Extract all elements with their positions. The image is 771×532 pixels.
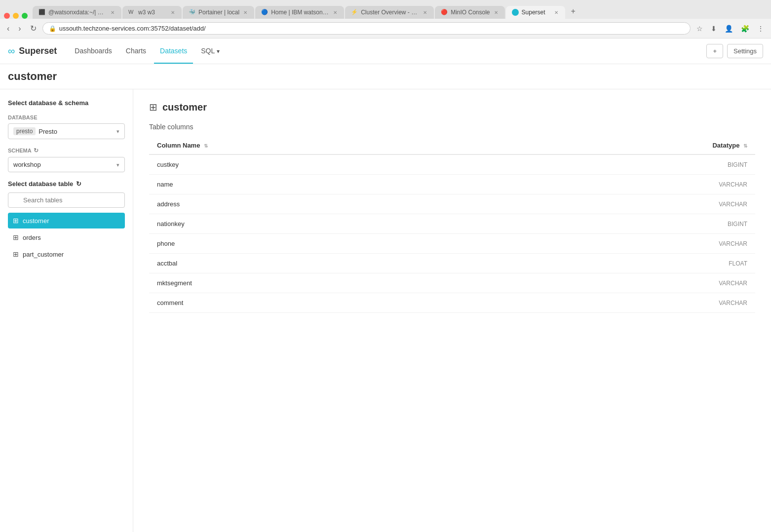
content-area: ⊞ customer Table columns Column Name ⇅ D… [133, 89, 771, 532]
tab-close-minio[interactable]: ✕ [493, 10, 499, 15]
column-name-header[interactable]: Column Name ⇅ [149, 137, 494, 154]
tab-title-superset: Superset [522, 9, 550, 16]
database-select[interactable]: presto Presto ▾ [8, 123, 125, 139]
table-label-orders: orders [23, 234, 41, 241]
tab-close-portainer[interactable]: ✕ [242, 10, 248, 15]
tab-close-ibm[interactable]: ✕ [332, 10, 338, 15]
table-row: comment VARCHAR [149, 293, 755, 313]
table-label-part-customer: part_customer [23, 251, 64, 258]
table-section-title: Select database table ↻ [8, 180, 125, 188]
tab-close-w3[interactable]: ✕ [170, 10, 176, 15]
maximize-window-btn[interactable] [22, 13, 28, 19]
forward-button[interactable]: › [15, 22, 24, 35]
tab-ibm[interactable]: 🔵 Home | IBM watsonx.data... ✕ [255, 6, 344, 19]
new-tab-button[interactable]: + [566, 4, 580, 19]
column-name-cell: acctbal [149, 254, 494, 273]
schema-select[interactable]: workshop ▾ [8, 157, 125, 172]
more-button[interactable]: ⋮ [754, 23, 767, 35]
column-name-cell: address [149, 194, 494, 214]
column-name-cell: custkey [149, 154, 494, 175]
table-icon-orders: ⊞ [13, 233, 19, 241]
content-table-icon: ⊞ [149, 101, 157, 113]
database-value: Presto [39, 128, 57, 135]
search-tables-input[interactable] [8, 192, 125, 208]
close-window-btn[interactable] [4, 13, 10, 19]
database-tag: presto [13, 127, 36, 135]
chevron-down-icon: ▾ [116, 128, 119, 135]
browser-tabs: ⬛ @watsonxdata:~/| bash (w... ✕ W w3 w3 … [0, 0, 771, 19]
table-list-item-customer[interactable]: ⊞ customer [8, 213, 125, 228]
header-actions: + Settings [706, 44, 763, 58]
database-label: DATABASE [8, 114, 125, 120]
reload-button[interactable]: ↻ [27, 22, 39, 35]
table-list-item-part-customer[interactable]: ⊞ part_customer [8, 246, 125, 262]
tab-favicon-superset [512, 9, 519, 16]
content-header: ⊞ customer [149, 101, 755, 113]
column-name-cell: name [149, 175, 494, 194]
column-datatype-cell: VARCHAR [494, 194, 755, 214]
tab-close-presto[interactable]: ✕ [422, 10, 428, 15]
tab-title-minio: MinIO Console [451, 9, 490, 16]
schema-form-group: SCHEMA ↻ workshop ▾ [8, 147, 125, 172]
schema-label: SCHEMA ↻ [8, 147, 125, 154]
table-row: mktsegment VARCHAR [149, 273, 755, 293]
tab-superset[interactable]: Superset ✕ [506, 6, 565, 19]
columns-table-head: Column Name ⇅ Datatype ⇅ [149, 137, 755, 154]
tab-title-w3: w3 w3 [138, 9, 167, 16]
table-list-item-orders[interactable]: ⊞ orders [8, 229, 125, 245]
page-title: customer [8, 70, 763, 83]
app-nav: Dashboards Charts Datasets SQL [69, 39, 706, 64]
table-refresh-icon[interactable]: ↻ [76, 180, 81, 188]
columns-section-label: Table columns [149, 123, 755, 131]
tab-favicon-minio: 🔴 [441, 9, 448, 16]
column-datatype-cell: BIGINT [494, 214, 755, 234]
tab-title-presto: Cluster Overview - Presto... [361, 9, 419, 16]
download-button[interactable]: ⬇ [708, 23, 720, 35]
database-form-group: DATABASE presto Presto ▾ [8, 114, 125, 139]
sidebar: Select database & schema DATABASE presto… [0, 89, 133, 532]
tab-bash[interactable]: ⬛ @watsonxdata:~/| bash (w... ✕ [33, 6, 121, 19]
tab-favicon-w3: W [128, 9, 135, 16]
nav-datasets[interactable]: Datasets [154, 39, 193, 64]
tab-favicon-bash: ⬛ [39, 9, 45, 16]
tab-close-bash[interactable]: ✕ [110, 10, 116, 15]
bookmark-button[interactable]: ☆ [694, 23, 706, 35]
column-datatype-cell: VARCHAR [494, 175, 755, 194]
table-row: custkey BIGINT [149, 154, 755, 175]
column-name-cell: nationkey [149, 214, 494, 234]
profile-button[interactable]: 👤 [722, 23, 736, 35]
column-name-cell: comment [149, 293, 494, 313]
columns-table-body: custkey BIGINT name VARCHAR address VARC… [149, 154, 755, 313]
table-icon-customer: ⊞ [13, 217, 19, 225]
page-title-bar: customer [0, 64, 771, 89]
back-button[interactable]: ‹ [4, 22, 12, 35]
settings-button[interactable]: Settings [727, 44, 763, 58]
table-row: name VARCHAR [149, 175, 755, 194]
toolbar-actions: ☆ ⬇ 👤 🧩 ⋮ [694, 23, 767, 35]
nav-charts[interactable]: Charts [120, 39, 152, 64]
tab-close-superset[interactable]: ✕ [553, 10, 559, 15]
plus-button[interactable]: + [706, 44, 723, 58]
columns-table-header-row: Column Name ⇅ Datatype ⇅ [149, 137, 755, 154]
tab-portainer[interactable]: 🐳 Portainer | local ✕ [183, 6, 254, 19]
app-name: Superset [19, 46, 57, 56]
extension-button[interactable]: 🧩 [738, 23, 752, 35]
tab-presto[interactable]: ⚡ Cluster Overview - Presto... ✕ [345, 6, 434, 19]
nav-dashboards[interactable]: Dashboards [69, 39, 118, 64]
address-bar[interactable]: 🔒 ussouth.techzone-services.com:35752/da… [42, 22, 691, 35]
browser-toolbar: ‹ › ↻ 🔒 ussouth.techzone-services.com:35… [0, 19, 771, 38]
table-icon-part-customer: ⊞ [13, 250, 19, 258]
tab-minio[interactable]: 🔴 MinIO Console ✕ [435, 6, 504, 19]
table-form-group: Select database table ↻ 🔍 ⊞ customer ⊞ o… [8, 180, 125, 262]
address-text: ussouth.techzone-services.com:35752/data… [59, 25, 684, 32]
content-table-name: customer [162, 102, 207, 113]
tab-w3[interactable]: W w3 w3 ✕ [122, 6, 182, 19]
app-header: ∞ Superset Dashboards Charts Datasets SQ… [0, 38, 771, 64]
table-row: nationkey BIGINT [149, 214, 755, 234]
datatype-header[interactable]: Datatype ⇅ [494, 137, 755, 154]
lock-icon: 🔒 [49, 25, 56, 32]
nav-sql[interactable]: SQL [195, 39, 225, 64]
refresh-icon[interactable]: ↻ [34, 147, 39, 154]
minimize-window-btn[interactable] [13, 13, 19, 19]
table-list: ⊞ customer ⊞ orders ⊞ part_customer [8, 213, 125, 262]
